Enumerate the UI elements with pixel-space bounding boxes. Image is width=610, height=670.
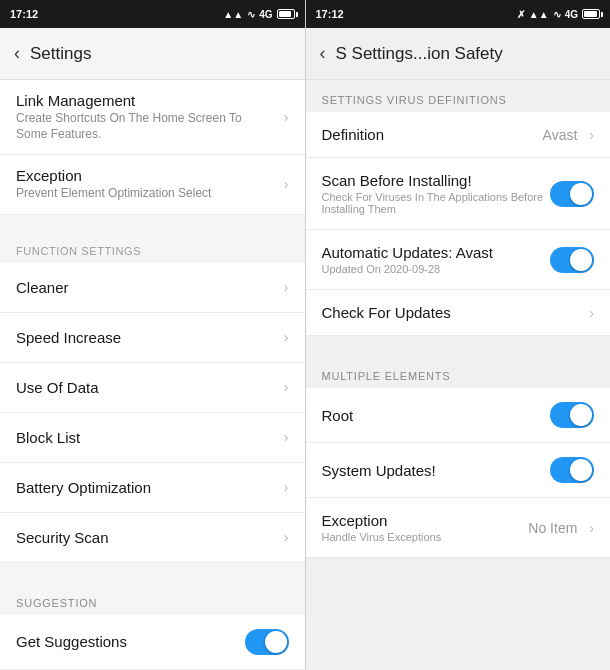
block-list-title: Block List: [16, 429, 276, 446]
cleaner-chevron: ›: [284, 279, 289, 295]
security-scan-title: Security Scan: [16, 529, 276, 546]
use-of-data-item[interactable]: Use Of Data ›: [0, 363, 305, 413]
network-icon: 4G: [259, 9, 272, 20]
link-management-content: Link Management Create Shortcuts On The …: [16, 92, 276, 142]
right-divider: [306, 336, 611, 356]
exception-value: No Item: [528, 520, 577, 536]
root-title: Root: [322, 407, 551, 424]
exception-title-right: Exception: [322, 512, 442, 529]
check-updates-chevron: ›: [589, 305, 594, 321]
get-suggestions-item[interactable]: Get Suggestions: [0, 615, 305, 670]
exception-subtitle-right: Handle Virus Exceptions: [322, 531, 442, 543]
battery-icon: [277, 9, 295, 19]
exception-chevron-right: ›: [589, 520, 594, 536]
scan-before-installing-toggle[interactable]: [550, 181, 594, 207]
signal-icon-right: ▲▲: [529, 9, 549, 20]
cleaner-content: Cleaner: [16, 279, 276, 296]
function-settings-label: Function Settings: [0, 235, 305, 263]
definition-chevron: ›: [589, 127, 594, 143]
right-header: ‹ S Settings...ion Safety: [306, 28, 611, 80]
security-scan-chevron: ›: [284, 529, 289, 545]
time-right: 17:12: [316, 8, 344, 20]
link-management-chevron: ›: [284, 109, 289, 125]
definition-content: Definition: [322, 126, 385, 143]
left-header: ‹ Settings: [0, 28, 305, 80]
left-panel: 17:12 ▲▲ ∿ 4G ‹ Settings Link Management…: [0, 0, 306, 670]
use-of-data-chevron: ›: [284, 379, 289, 395]
system-updates-toggle[interactable]: [550, 457, 594, 483]
battery-optimization-content: Battery Optimization: [16, 479, 276, 496]
cleaner-item[interactable]: Cleaner ›: [0, 263, 305, 313]
right-panel: 17:12 ✗ ▲▲ ∿ 4G ‹ S Settings...ion Safet…: [306, 0, 611, 670]
speed-increase-content: Speed Increase: [16, 329, 276, 346]
suggestion-label: Suggestion: [0, 583, 305, 615]
root-item[interactable]: Root: [306, 388, 611, 443]
back-button-right[interactable]: ‹: [320, 43, 326, 64]
definition-item[interactable]: Definition Avast ›: [306, 112, 611, 158]
automatic-updates-toggle[interactable]: [550, 247, 594, 273]
speed-increase-item[interactable]: Speed Increase ›: [0, 313, 305, 363]
root-content: Root: [322, 407, 551, 424]
wifi-icon-right: ∿: [553, 9, 561, 20]
definition-title: Definition: [322, 126, 385, 143]
left-panel-content: Link Management Create Shortcuts On The …: [0, 80, 305, 670]
system-updates-title: System Updates!: [322, 462, 551, 479]
system-updates-item[interactable]: System Updates!: [306, 443, 611, 498]
battery-optimization-title: Battery Optimization: [16, 479, 276, 496]
exception-subtitle-left: Prevent Element Optimization Select: [16, 186, 276, 202]
security-scan-item[interactable]: Security Scan ›: [0, 513, 305, 563]
get-suggestions-content: Get Suggestions: [16, 633, 245, 650]
network-icon-right: 4G: [565, 9, 578, 20]
battery-optimization-chevron: ›: [284, 479, 289, 495]
battery-optimization-item[interactable]: Battery Optimization ›: [0, 463, 305, 513]
exception-value-row: No Item ›: [528, 520, 594, 536]
definition-value-row: Avast ›: [543, 127, 594, 143]
get-suggestions-toggle[interactable]: [245, 629, 289, 655]
link-management-title: Link Management: [16, 92, 276, 109]
wifi-icon: ∿: [247, 9, 255, 20]
system-updates-content: System Updates!: [322, 462, 551, 479]
check-updates-item[interactable]: Check For Updates ›: [306, 290, 611, 336]
right-panel-content: Settings Virus Definitions Definition Av…: [306, 80, 611, 670]
right-panel-breadcrumb: S Settings...ion Safety: [336, 44, 503, 64]
security-scan-content: Security Scan: [16, 529, 276, 546]
back-button-left[interactable]: ‹: [14, 43, 20, 64]
time-left: 17:12: [10, 8, 38, 20]
bluetooth-icon: ✗: [517, 9, 525, 20]
exception-chevron-left: ›: [284, 176, 289, 192]
battery-icon-right: [582, 9, 600, 19]
exception-item-left[interactable]: Exception Prevent Element Optimization S…: [0, 155, 305, 215]
link-management-item[interactable]: Link Management Create Shortcuts On The …: [0, 80, 305, 155]
exception-item-right[interactable]: Exception Handle Virus Exceptions No Ite…: [306, 498, 611, 558]
definition-value: Avast: [543, 127, 578, 143]
divider-1: [0, 215, 305, 235]
left-panel-title: Settings: [30, 44, 91, 64]
scan-before-installing-content: Scan Before Installing! Check For Viruse…: [322, 172, 551, 215]
scan-before-installing-item[interactable]: Scan Before Installing! Check For Viruse…: [306, 158, 611, 230]
get-suggestions-title: Get Suggestions: [16, 633, 245, 650]
automatic-updates-content: Automatic Updates: Avast Updated On 2020…: [322, 244, 551, 275]
signal-icon: ▲▲: [223, 9, 243, 20]
automatic-updates-title: Automatic Updates: Avast: [322, 244, 551, 261]
virus-definitions-label: Settings Virus Definitions: [306, 80, 611, 112]
status-icons-right: ✗ ▲▲ ∿ 4G: [517, 9, 600, 20]
status-icons-left: ▲▲ ∿ 4G: [223, 9, 294, 20]
cleaner-title: Cleaner: [16, 279, 276, 296]
scan-before-installing-subtitle: Check For Viruses In The Applications Be…: [322, 191, 551, 215]
multiple-elements-label: Multiple Elements: [306, 356, 611, 388]
automatic-updates-subtitle: Updated On 2020-09-28: [322, 263, 551, 275]
status-bar-left: 17:12 ▲▲ ∿ 4G: [0, 0, 305, 28]
exception-content-left: Exception Prevent Element Optimization S…: [16, 167, 276, 202]
link-management-subtitle: Create Shortcuts On The Home Screen To S…: [16, 111, 276, 142]
use-of-data-title: Use Of Data: [16, 379, 276, 396]
use-of-data-content: Use Of Data: [16, 379, 276, 396]
block-list-chevron: ›: [284, 429, 289, 445]
scan-before-installing-title: Scan Before Installing!: [322, 172, 551, 189]
status-bar-right: 17:12 ✗ ▲▲ ∿ 4G: [306, 0, 611, 28]
root-toggle[interactable]: [550, 402, 594, 428]
divider-2: [0, 563, 305, 583]
check-updates-title: Check For Updates: [322, 304, 451, 321]
block-list-item[interactable]: Block List ›: [0, 413, 305, 463]
check-updates-content: Check For Updates: [322, 304, 451, 321]
automatic-updates-item[interactable]: Automatic Updates: Avast Updated On 2020…: [306, 230, 611, 290]
